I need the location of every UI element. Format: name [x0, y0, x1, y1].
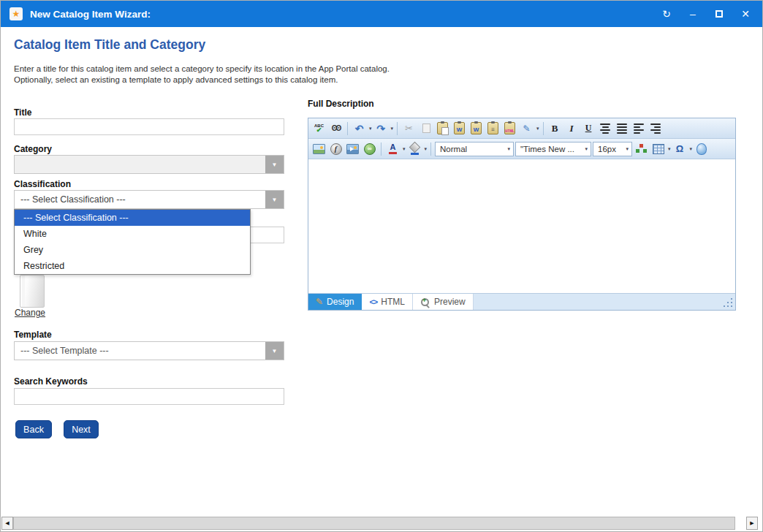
classification-value: --- Select Classification --- — [15, 194, 265, 205]
image-icon — [313, 144, 325, 154]
refresh-button[interactable]: ↻ — [658, 6, 675, 22]
page-title: Catalog Item Title and Category — [14, 37, 205, 53]
align-left-button[interactable] — [631, 121, 647, 136]
align-right-button[interactable] — [648, 121, 664, 136]
maximize-icon — [715, 10, 723, 18]
italic-icon: I — [570, 123, 574, 134]
wizard-star-glyph: ★ — [12, 10, 20, 18]
tab-html[interactable]: <> HTML — [362, 294, 413, 310]
chevron-down-icon: ▼ — [272, 197, 278, 203]
toolbar-separator — [381, 142, 382, 156]
align-center-button[interactable] — [598, 121, 613, 136]
redo-icon: ↷ — [376, 123, 385, 134]
silverlight-manager-button[interactable] — [694, 141, 709, 156]
redo-button[interactable]: ↷ — [373, 121, 389, 136]
classification-option[interactable]: --- Select Classification --- — [15, 210, 250, 226]
insert-table-button[interactable] — [650, 141, 666, 156]
category-dropdown-button[interactable]: ▼ — [265, 156, 284, 173]
classification-option[interactable]: Restricted — [15, 258, 250, 274]
maximize-button[interactable] — [711, 6, 727, 22]
font-name-select[interactable]: "Times New ... ▾ — [515, 142, 591, 156]
flash-manager-button[interactable]: f — [328, 141, 343, 156]
next-button[interactable]: Next — [64, 420, 99, 438]
wizard-window: ★ New Catalog Item Wizard: ↻ – ✕ Catalog… — [0, 0, 763, 532]
paste-from-word-strip-font-button[interactable]: W — [468, 121, 484, 136]
redo-dropdown-caret[interactable]: ▾ — [391, 126, 394, 132]
wizard-icon: ★ — [10, 7, 23, 20]
toolbar-separator — [347, 122, 348, 135]
background-color-caret[interactable]: ▾ — [425, 146, 428, 152]
font-size-select[interactable]: 16px ▾ — [593, 142, 632, 156]
media-manager-button[interactable] — [345, 141, 360, 156]
paste-plain-text-icon: ≡ — [487, 122, 498, 134]
paste-from-word-button[interactable]: W — [452, 121, 467, 136]
scrollbar-thumb[interactable] — [13, 517, 735, 530]
classification-dropdown-button[interactable]: ▼ — [265, 191, 284, 208]
undo-button[interactable]: ↶ — [352, 121, 367, 136]
hyperlink-manager-button[interactable]: ∞ — [362, 141, 377, 156]
omega-icon: Ω — [676, 143, 683, 154]
toolbar-separator — [543, 122, 544, 135]
category-select[interactable]: ▼ — [14, 155, 284, 174]
chevron-down-icon: ▾ — [626, 146, 629, 152]
snippet-orgchart-icon — [636, 144, 647, 153]
change-image-link[interactable]: Change — [15, 308, 45, 318]
justify-icon — [617, 123, 627, 134]
classification-option[interactable]: White — [15, 226, 250, 242]
find-replace-button[interactable]: ʘʘ — [328, 121, 343, 136]
title-input[interactable] — [14, 118, 284, 135]
scroll-left-button[interactable]: ◀ — [1, 517, 13, 530]
back-button[interactable]: Back — [15, 420, 52, 438]
font-color-caret[interactable]: ▾ — [403, 146, 406, 152]
classification-options-list: --- Select Classification ---WhiteGreyRe… — [14, 209, 251, 275]
scroll-right-button[interactable]: ▶ — [746, 517, 758, 530]
template-select[interactable]: --- Select Template --- ▼ — [14, 341, 284, 360]
close-button[interactable]: ✕ — [737, 6, 753, 22]
format-stripper-caret[interactable]: ▾ — [536, 126, 539, 132]
font-color-button[interactable]: A — [385, 141, 401, 156]
underline-button[interactable]: U — [581, 121, 596, 136]
toolbar-separator — [430, 142, 431, 156]
tab-design[interactable]: ✎ Design — [308, 294, 362, 310]
description-line-2: Optionally, select an existing a templat… — [14, 75, 390, 86]
template-dropdown-button[interactable]: ▼ — [265, 342, 284, 360]
magnifier-icon: + — [420, 297, 430, 307]
classification-label: Classification — [14, 179, 71, 189]
insert-symbol-caret[interactable]: ▾ — [690, 146, 693, 152]
insert-table-caret[interactable]: ▾ — [668, 146, 671, 152]
cut-button[interactable]: ✂ — [401, 121, 417, 136]
paste-button[interactable] — [435, 121, 450, 136]
insert-symbol-button[interactable]: Ω — [672, 141, 688, 156]
classification-option[interactable]: Grey — [15, 242, 250, 258]
title-bar: ★ New Catalog Item Wizard: ↻ – ✕ — [1, 1, 762, 27]
undo-dropdown-caret[interactable]: ▾ — [369, 126, 372, 132]
background-color-button[interactable] — [407, 141, 422, 156]
format-stripper-button[interactable]: ✎ — [519, 121, 534, 136]
bold-button[interactable]: B — [547, 121, 563, 136]
horizontal-scrollbar: ◀ ▶ — [1, 517, 762, 530]
image-manager-button[interactable] — [311, 141, 327, 156]
paste-plain-text-button[interactable]: ≡ — [485, 121, 501, 136]
template-label: Template — [14, 330, 52, 340]
align-center-icon — [600, 123, 610, 134]
paste-as-html-button[interactable]: HTML — [502, 121, 517, 136]
spellcheck-button[interactable]: ABC ✔ — [311, 121, 327, 136]
minimize-button[interactable]: – — [685, 6, 701, 22]
justify-button[interactable] — [615, 121, 630, 136]
catalog-item-image — [20, 275, 45, 308]
tab-preview[interactable]: + Preview — [413, 294, 474, 310]
editor-resize-grip[interactable] — [723, 297, 732, 307]
editor-content-area[interactable] — [308, 159, 735, 293]
paragraph-style-select[interactable]: Normal ▾ — [435, 142, 514, 156]
copy-button[interactable] — [418, 121, 433, 136]
classification-select[interactable]: --- Select Classification --- ▼ — [14, 190, 284, 209]
window-title: New Catalog Item Wizard: — [30, 9, 151, 20]
search-keywords-input[interactable] — [14, 388, 284, 405]
scroll-right-icon: ▶ — [750, 520, 753, 526]
insert-snippet-button[interactable] — [634, 141, 649, 156]
binoculars-icon: ʘʘ — [332, 124, 341, 132]
html-tag-icon: <> — [369, 297, 377, 306]
italic-button[interactable]: I — [564, 121, 580, 136]
scroll-left-icon: ◀ — [5, 520, 9, 526]
silverlight-icon — [696, 143, 707, 155]
